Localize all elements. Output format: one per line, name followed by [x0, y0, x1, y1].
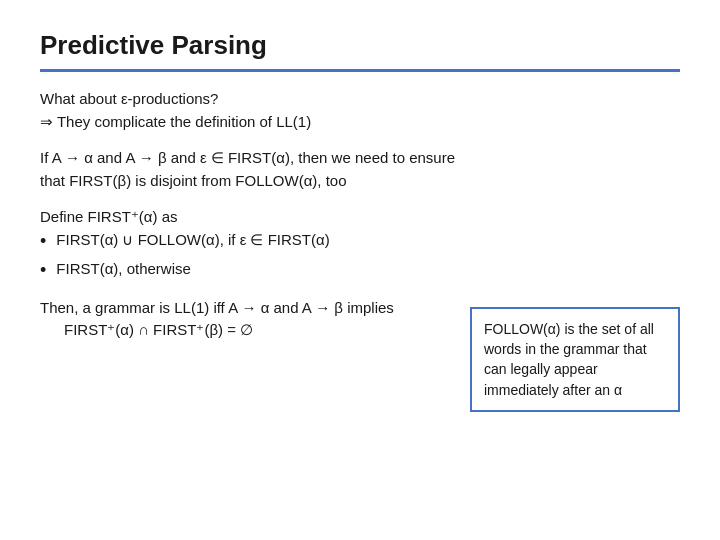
title-divider	[40, 69, 680, 72]
then-main: Then, a grammar is LL(1) iff A → α and A…	[40, 297, 450, 342]
if-line1: If A → α and A → β and ε ∈ FIRST(α), the…	[40, 147, 680, 170]
then-line1: Then, a grammar is LL(1) iff A → α and A…	[40, 297, 450, 320]
define-section: Define FIRST⁺(α) as • FIRST(α) ∪ FOLLOW(…	[40, 206, 680, 283]
define-label: Define FIRST⁺(α) as	[40, 206, 680, 229]
page-title: Predictive Parsing	[40, 30, 680, 61]
bullet-text-2: FIRST(α), otherwise	[56, 258, 191, 281]
bullet-text-1: FIRST(α) ∪ FOLLOW(α), if ε ∈ FIRST(α)	[56, 229, 329, 252]
then-section: Then, a grammar is LL(1) iff A → α and A…	[40, 297, 680, 412]
bullet-item-1: • FIRST(α) ∪ FOLLOW(α), if ε ∈ FIRST(α)	[40, 229, 680, 254]
epsilon-section: What about ε-productions? ⇒ They complic…	[40, 88, 680, 133]
bullet-icon-1: •	[40, 229, 46, 254]
tooltip-box: FOLLOW(α) is the set of all words in the…	[470, 307, 680, 412]
if-section: If A → α and A → β and ε ∈ FIRST(α), the…	[40, 147, 680, 192]
if-line2: that FIRST(β) is disjoint from FOLLOW(α)…	[40, 170, 680, 193]
epsilon-implication: ⇒ They complicate the definition of LL(1…	[40, 111, 680, 134]
epsilon-label: What about ε-productions?	[40, 88, 680, 111]
bullet-item-2: • FIRST(α), otherwise	[40, 258, 680, 283]
then-line2: FIRST⁺(α) ∩ FIRST⁺(β) = ∅	[40, 319, 450, 342]
bullet-icon-2: •	[40, 258, 46, 283]
